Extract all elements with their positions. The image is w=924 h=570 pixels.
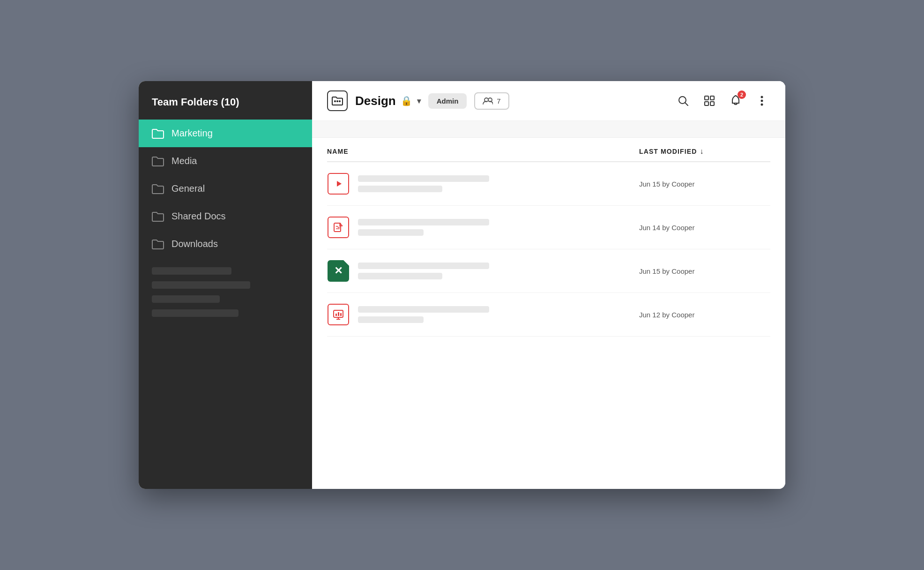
table-header: NAME LAST MODIFIED ↓: [327, 138, 770, 162]
members-count: 7: [497, 97, 500, 105]
svg-rect-7: [705, 96, 708, 100]
file-name-skeleton: [358, 306, 489, 313]
svg-rect-8: [710, 96, 714, 100]
file-table: NAME LAST MODIFIED ↓: [312, 138, 785, 489]
table-row[interactable]: ✕ Jun 15 by Cooper: [327, 249, 770, 293]
file-info: ✕: [327, 260, 639, 282]
svg-point-13: [761, 104, 763, 106]
skeleton-bar: [152, 267, 231, 275]
folder-icon: [152, 239, 164, 249]
more-options-button[interactable]: [753, 92, 770, 109]
svg-line-6: [685, 103, 688, 105]
members-button[interactable]: 7: [474, 92, 509, 110]
table-row[interactable]: Jun 15 by Cooper: [327, 162, 770, 206]
sidebar-item-marketing[interactable]: Marketing: [139, 120, 312, 147]
sidebar-item-shared-docs[interactable]: Shared Docs: [139, 202, 312, 230]
header-actions: 2: [675, 92, 770, 109]
sidebar-item-label: Shared Docs: [171, 211, 226, 222]
grid-button[interactable]: [701, 92, 718, 109]
lock-icon: 🔒: [401, 95, 412, 106]
sort-arrow-icon[interactable]: ↓: [700, 147, 704, 156]
sidebar-skeleton: [152, 267, 299, 317]
svg-point-0: [334, 100, 336, 102]
notification-button[interactable]: 2: [727, 92, 744, 109]
file-info: [327, 172, 639, 195]
skeleton-bar: [152, 295, 220, 303]
file-info: [327, 216, 639, 239]
sidebar: Team Folders (10) Marketing Media: [139, 81, 312, 489]
header: Design 🔒 ▾ Admin 7: [312, 81, 785, 121]
chevron-down-icon[interactable]: ▾: [417, 97, 421, 105]
skeleton-bar: [152, 309, 238, 317]
file-text: [358, 219, 489, 236]
app-window: Team Folders (10) Marketing Media: [139, 81, 785, 489]
table-row[interactable]: Jun 14 by Cooper: [327, 206, 770, 249]
svg-point-1: [336, 100, 338, 102]
file-meta-skeleton: [358, 229, 424, 236]
admin-button[interactable]: Admin: [428, 93, 467, 109]
folder-name: Design: [355, 94, 396, 108]
main-content: Design 🔒 ▾ Admin 7: [312, 81, 785, 489]
svg-rect-10: [710, 102, 714, 105]
sidebar-item-media[interactable]: Media: [139, 147, 312, 175]
svg-rect-9: [705, 102, 708, 105]
folder-icon: [152, 211, 164, 222]
sidebar-item-label: General: [171, 183, 205, 194]
file-text: [358, 262, 489, 279]
subheader-bar: [312, 121, 785, 138]
file-modified-date: Jun 14 by Cooper: [639, 224, 770, 232]
excel-file-icon: ✕: [328, 260, 349, 282]
sidebar-item-label: Media: [171, 156, 197, 166]
file-icon-pdf: [327, 216, 350, 239]
file-icon-chart: [327, 303, 350, 326]
sidebar-item-label: Marketing: [171, 128, 213, 139]
svg-rect-20: [340, 313, 342, 316]
file-modified-date: Jun 15 by Cooper: [639, 180, 770, 188]
file-icon-video: [327, 172, 350, 195]
file-name-skeleton: [358, 175, 489, 182]
file-modified-date: Jun 15 by Cooper: [639, 267, 770, 275]
folder-title: Design 🔒 ▾: [355, 94, 421, 108]
notification-badge: 2: [738, 90, 746, 99]
file-info: [327, 303, 639, 326]
search-button[interactable]: [675, 92, 692, 109]
file-icon-excel: ✕: [327, 260, 350, 282]
svg-marker-14: [337, 181, 342, 187]
file-name-skeleton: [358, 262, 489, 269]
sidebar-title: Team Folders: [152, 96, 218, 108]
skeleton-bar: [152, 281, 250, 289]
svg-point-11: [761, 96, 763, 98]
chart-file-icon: [328, 304, 349, 325]
file-text: [358, 175, 489, 192]
folder-icon: [152, 184, 164, 194]
video-file-icon: [328, 173, 349, 195]
svg-rect-18: [335, 314, 337, 316]
folder-badge: [327, 90, 348, 111]
col-name-header: NAME: [327, 148, 639, 155]
sidebar-header: Team Folders (10): [139, 81, 312, 120]
file-name-skeleton: [358, 219, 489, 225]
file-text: [358, 306, 489, 323]
svg-point-12: [761, 100, 763, 102]
folder-icon: [152, 156, 164, 166]
file-meta-skeleton: [358, 273, 442, 279]
sidebar-count: (10): [221, 96, 239, 108]
sidebar-item-downloads[interactable]: Downloads: [139, 230, 312, 258]
pdf-file-icon: [328, 217, 349, 238]
file-modified-date: Jun 12 by Cooper: [639, 311, 770, 319]
sidebar-item-general[interactable]: General: [139, 175, 312, 202]
table-row[interactable]: Jun 12 by Cooper: [327, 293, 770, 337]
svg-rect-19: [338, 312, 339, 316]
col-modified-header: LAST MODIFIED ↓: [639, 147, 770, 156]
file-meta-skeleton: [358, 186, 442, 192]
sidebar-item-label: Downloads: [171, 239, 218, 249]
folder-icon: [152, 128, 164, 139]
svg-point-2: [339, 100, 341, 102]
file-meta-skeleton: [358, 316, 424, 323]
